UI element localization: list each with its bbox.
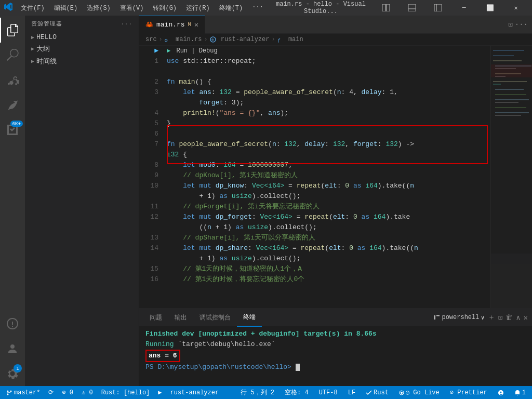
prettier-button[interactable]: ⊘ Prettier [448,389,489,396]
explorer-button[interactable] [0,18,25,43]
svg-rect-29 [436,315,440,316]
code-line-13: // dpShare[i], 第i天可以分享秘密的人 [167,233,490,243]
close-button[interactable]: ✕ [504,0,528,16]
terminal-content[interactable]: Finished dev [unoptimized + debuginfo] t… [139,327,532,386]
sidebar-item-hello[interactable]: ▶ HELLO [25,32,139,43]
activity-bar: 6K+ 1 [0,16,25,386]
window-title: main.rs - hello - Visual Studio... [272,1,370,15]
more-actions-icon[interactable]: ··· [515,20,528,29]
split-terminal-button[interactable]: ⊡ [498,313,502,322]
rust-file-icon: 🦀 [145,21,153,29]
titlebar: 文件(F) 编辑(E) 选择(S) 查看(V) 转到(G) 运行(R) 终端(T… [0,0,532,16]
svg-rect-18 [493,81,527,82]
code-line-3b: forget: 3); [167,98,490,108]
panel-icon[interactable] [400,0,424,16]
status-left: master* ⟳ ⊗ 0 ⚠ 0 Rust: [hello] ▶ rust-a… [4,389,221,396]
code-line-1: use std::iter::repeat; [167,56,490,66]
sidebar-icon[interactable] [426,0,450,16]
menu-goto[interactable]: 转到(G) [149,3,181,14]
menu-edit[interactable]: 编辑(E) [50,3,82,14]
minimize-button[interactable]: — [452,0,476,16]
cursor-position[interactable]: 行 5，列 2 [238,388,276,397]
breadcrumb-main[interactable]: ƒ main [277,36,303,43]
code-line-4: println!("ans = {}", ans); [167,108,490,118]
collapse-icon-timeline: ▶ [31,58,34,64]
code-line-15: // 第1天的时候，知道秘密的人1个，A [167,264,490,274]
sidebar-title: 资源管理器 ··· [25,16,139,32]
language-server-status[interactable]: Rust: [hello] [99,389,152,396]
sidebar-item-timeline[interactable]: ▶ 时间线 [25,55,139,68]
source-control-button[interactable] [0,68,25,92]
extensions-button[interactable]: 6K+ [0,117,25,142]
run-status[interactable]: ▶ [156,389,164,396]
run-debug-button[interactable] [0,92,25,117]
code-editor[interactable]: ▶ 1 2 3 4 5 6 7 8 9 10 11 12 13 14 [139,46,532,308]
add-terminal-button[interactable]: ＋ [488,313,495,322]
indentation[interactable]: 空格: 4 [283,388,311,397]
code-line-6 [167,129,490,139]
menu-run[interactable]: 运行(R) [182,3,214,14]
errors-indicator[interactable]: ⊗ 0 [60,389,75,396]
run-debug-link[interactable]: ▶ Run | Debug [167,46,490,56]
menu-select[interactable]: 选择(S) [83,3,115,14]
menu-more[interactable]: ··· [248,3,268,14]
menu-terminal[interactable]: 终端(T) [215,3,247,14]
code-line-12b: ((n + 1) as usize).collect(); [167,222,490,233]
menu-file[interactable]: 文件(F) [17,3,49,14]
rust-analyzer-status[interactable]: rust-analyzer [168,389,221,396]
svg-rect-28 [434,315,435,320]
menu-view[interactable]: 查看(V) [116,3,148,14]
collapse-icon-outline: ▶ [31,46,34,52]
git-branch[interactable]: master* [4,389,42,396]
sync-button[interactable]: ⟳ [46,389,56,396]
panel-tab-debug[interactable]: 调试控制台 [193,309,237,327]
tab-modified-indicator: M [188,22,191,28]
sidebar: 资源管理器 ··· ▶ HELLO ▶ 大纲 ▶ 时间线 [25,16,139,386]
sidebar-item-outline[interactable]: ▶ 大纲 [25,43,139,55]
search-button[interactable] [0,43,25,68]
svg-rect-19 [493,84,501,85]
tab-label: main.rs [156,21,185,29]
panel-tab-problems[interactable]: 问题 [143,309,168,327]
maximize-panel-button[interactable]: ∧ [516,313,520,322]
line-ending[interactable]: LF [346,389,357,396]
encoding[interactable]: UTF-8 [317,389,340,396]
layout-icon[interactable] [374,0,398,16]
terminal-dropdown[interactable]: powershell ∨ [434,314,484,322]
warnings-indicator[interactable]: ⚠ 0 [79,389,95,396]
close-panel-button[interactable]: ✕ [524,313,528,322]
svg-text:ƒ: ƒ [277,38,281,43]
svg-rect-26 [495,115,521,116]
breadcrumb-analyzer[interactable]: ⊕ rust-analyzer [210,36,270,43]
code-line-7a: fn people_aware_of_secret(n: i32, delay:… [167,139,490,150]
panel-tab-bar: 问题 输出 调试控制台 终端 powershell ∨ ＋ ⊡ 🗑 ∧ ✕ [139,309,532,327]
remote-button[interactable] [0,311,25,336]
go-live-button[interactable]: ◎ Go Live [397,389,442,396]
terminal-prompt-line: PS D:\mysetup\gopath\rustcode\hello> [145,362,526,373]
status-bar: master* ⟳ ⊗ 0 ⚠ 0 Rust: [hello] ▶ rust-a… [0,386,532,399]
code-lines: ▶ Run | Debug use std::iter::repeat; fn … [163,46,490,308]
tab-close-button[interactable]: ✕ [194,20,198,29]
svg-point-32 [7,393,9,395]
language-mode[interactable]: Rust [364,389,391,396]
account-button[interactable] [0,336,25,361]
maximize-button[interactable]: ⬜ [478,0,502,16]
terminal-line-1: Finished dev [unoptimized + debuginfo] t… [145,329,526,339]
svg-rect-27 [491,64,532,77]
svg-rect-13 [493,60,522,61]
feedback-button[interactable] [496,390,506,396]
panel-tab-terminal[interactable]: 终端 [237,309,262,327]
panel-tab-output[interactable]: 输出 [168,309,193,327]
code-line-5: } [167,118,490,129]
breadcrumb-src[interactable]: src [145,36,157,43]
breadcrumb-file[interactable]: ⚙ main.rs [165,36,202,43]
notifications-button[interactable]: 1 [512,389,528,396]
menu-bar[interactable]: 文件(F) 编辑(E) 选择(S) 查看(V) 转到(G) 运行(R) 终端(T… [17,3,268,14]
svg-rect-21 [495,94,526,95]
split-editor-icon[interactable]: ⊡ [508,20,512,29]
kill-terminal-button[interactable]: 🗑 [506,313,513,322]
sidebar-actions[interactable]: ··· [121,21,132,27]
code-line-14a: let mut dp_share: Vec<i64> = repeat(elt:… [167,243,490,254]
settings-button[interactable]: 1 [0,361,25,386]
tab-main-rs[interactable]: 🦀 main.rs M ✕ [139,16,205,34]
